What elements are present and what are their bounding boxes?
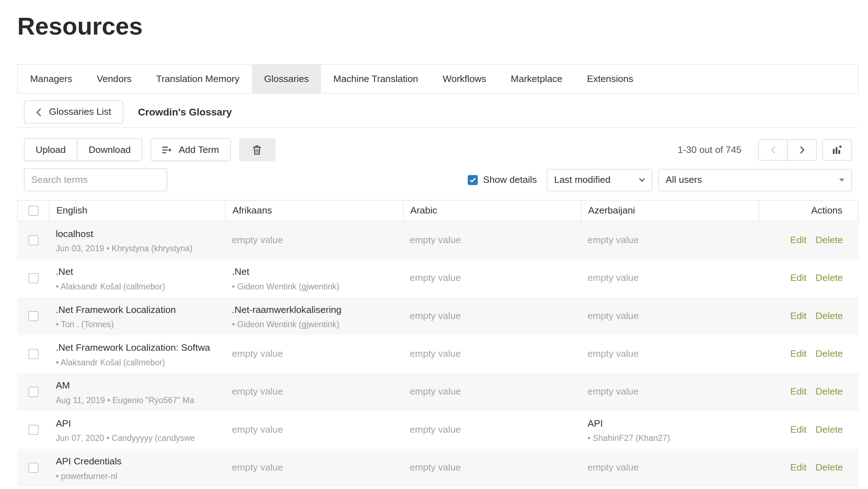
chevron-left-icon bbox=[771, 146, 775, 154]
empty-value: empty value bbox=[410, 273, 461, 284]
trash-icon bbox=[253, 145, 262, 155]
page-title: Resources bbox=[17, 12, 858, 40]
cell-azerbaijani: API• ShahinF27 (Khan27) bbox=[581, 411, 759, 449]
cell-afrikaans: empty value bbox=[225, 411, 403, 449]
cell-arabic: empty value bbox=[403, 449, 581, 487]
tab-glossaries[interactable]: Glossaries bbox=[252, 65, 321, 93]
table-row: AMAug 11, 2019 • Eugenio "Ryo567" Ma emp… bbox=[17, 373, 858, 411]
cell-azerbaijani: empty value bbox=[581, 449, 759, 487]
tab-machine-translation[interactable]: Machine Translation bbox=[321, 65, 431, 93]
glossary-nav: Glossaries List Crowdin's Glossary bbox=[17, 94, 858, 128]
show-details-label: Show details bbox=[483, 174, 537, 185]
cell-afrikaans: empty value bbox=[225, 373, 403, 411]
empty-value: empty value bbox=[587, 349, 638, 360]
glossary-title: Crowdin's Glossary bbox=[138, 106, 232, 118]
delete-link[interactable]: Delete bbox=[816, 235, 843, 246]
add-term-icon bbox=[163, 146, 173, 154]
table-body: localhostJun 03, 2019 • Khrystyna (khrys… bbox=[17, 221, 858, 487]
show-details-checkbox[interactable] bbox=[468, 175, 478, 185]
pagination-range: 1-30 out of 745 bbox=[678, 144, 741, 155]
tab-workflows[interactable]: Workflows bbox=[430, 65, 498, 93]
row-checkbox[interactable] bbox=[28, 387, 38, 397]
edit-link[interactable]: Edit bbox=[790, 424, 807, 435]
cell-azerbaijani: empty value bbox=[581, 221, 759, 259]
users-select[interactable]: All users bbox=[658, 169, 852, 191]
tab-managers[interactable]: Managers bbox=[18, 65, 84, 93]
row-checkbox[interactable] bbox=[28, 235, 38, 245]
row-checkbox[interactable] bbox=[28, 273, 38, 283]
edit-link[interactable]: Edit bbox=[790, 235, 807, 246]
term-meta: • ShahinF27 (Khan27) bbox=[587, 431, 752, 446]
resource-tabs: Managers Vendors Translation Memory Glos… bbox=[17, 64, 858, 94]
download-button[interactable]: Download bbox=[77, 138, 143, 161]
column-header-actions: Actions bbox=[759, 201, 858, 221]
edit-link[interactable]: Edit bbox=[790, 349, 807, 360]
prev-page-button[interactable] bbox=[758, 139, 788, 160]
edit-link[interactable]: Edit bbox=[790, 386, 807, 397]
cell-afrikaans: .Net• Gideon Wentink (gjwentink) bbox=[225, 259, 403, 297]
row-checkbox[interactable] bbox=[28, 349, 38, 359]
cell-english: .Net Framework Localization• Ton . (Tonn… bbox=[49, 297, 225, 335]
empty-value: empty value bbox=[587, 273, 638, 284]
term-meta: • powerburner-nl bbox=[56, 469, 219, 483]
term-text: API Credentials bbox=[56, 454, 219, 469]
configure-columns-button[interactable] bbox=[822, 139, 852, 160]
next-page-button[interactable] bbox=[787, 139, 817, 160]
toolbar-right: 1-30 out of 745 bbox=[678, 139, 852, 160]
term-meta: Jun 03, 2019 • Khrystyna (khrystyna) bbox=[56, 241, 219, 256]
table-row: .Net Framework Localization: Softwa• Ala… bbox=[17, 335, 858, 373]
delete-link[interactable]: Delete bbox=[816, 386, 843, 397]
tab-marketplace[interactable]: Marketplace bbox=[498, 65, 575, 93]
empty-value: empty value bbox=[410, 349, 461, 360]
search-input[interactable] bbox=[24, 168, 167, 191]
delete-link[interactable]: Delete bbox=[816, 349, 843, 360]
toolbar: Upload Download Add Term bbox=[17, 128, 858, 161]
users-select-value: All users bbox=[666, 174, 702, 185]
cell-azerbaijani: empty value bbox=[581, 373, 759, 411]
delete-link[interactable]: Delete bbox=[816, 462, 843, 473]
edit-link[interactable]: Edit bbox=[790, 273, 807, 284]
add-term-button[interactable]: Add Term bbox=[151, 138, 231, 161]
cell-arabic: empty value bbox=[403, 259, 581, 297]
tab-translation-memory[interactable]: Translation Memory bbox=[144, 65, 252, 93]
empty-value: empty value bbox=[410, 424, 461, 435]
edit-link[interactable]: Edit bbox=[790, 310, 807, 321]
edit-link[interactable]: Edit bbox=[790, 462, 807, 473]
upload-button[interactable]: Upload bbox=[24, 138, 77, 161]
cell-azerbaijani: empty value bbox=[581, 335, 759, 373]
empty-value: empty value bbox=[587, 235, 638, 246]
cell-arabic: empty value bbox=[403, 297, 581, 335]
term-text: .Net bbox=[232, 265, 396, 279]
sort-select-value: Last modified bbox=[554, 174, 611, 185]
table-row: .Net Framework Localization• Ton . (Tonn… bbox=[17, 297, 858, 335]
chevron-down-icon bbox=[639, 178, 645, 182]
cell-english: AMAug 11, 2019 • Eugenio "Ryo567" Ma bbox=[49, 373, 225, 411]
glossaries-list-back-button[interactable]: Glossaries List bbox=[24, 101, 123, 124]
term-text: .Net bbox=[56, 265, 219, 279]
column-header-arabic: Arabic bbox=[403, 201, 581, 221]
caret-down-icon bbox=[839, 178, 845, 181]
empty-value: empty value bbox=[232, 462, 283, 473]
delete-link[interactable]: Delete bbox=[816, 273, 843, 284]
row-checkbox[interactable] bbox=[28, 425, 38, 435]
sort-select[interactable]: Last modified bbox=[547, 169, 652, 191]
term-text: API bbox=[587, 416, 752, 431]
cell-afrikaans: empty value bbox=[225, 335, 403, 373]
delete-link[interactable]: Delete bbox=[816, 424, 843, 435]
term-text: AM bbox=[56, 379, 219, 393]
cell-arabic: empty value bbox=[403, 335, 581, 373]
cell-arabic: empty value bbox=[403, 411, 581, 449]
terms-table: English Afrikaans Arabic Azerbaijani Act… bbox=[17, 200, 858, 487]
row-checkbox[interactable] bbox=[28, 311, 38, 321]
delete-selected-button[interactable] bbox=[239, 138, 276, 161]
delete-link[interactable]: Delete bbox=[816, 310, 843, 321]
chevron-right-icon bbox=[800, 146, 804, 154]
row-checkbox[interactable] bbox=[28, 463, 38, 473]
column-header-azerbaijani: Azerbaijani bbox=[581, 201, 759, 221]
select-all-checkbox[interactable] bbox=[29, 206, 38, 216]
term-meta: Aug 11, 2019 • Eugenio "Ryo567" Ma bbox=[56, 393, 219, 408]
upload-download-group: Upload Download bbox=[24, 138, 142, 161]
tab-extensions[interactable]: Extensions bbox=[575, 65, 646, 93]
column-header-english: English bbox=[49, 201, 225, 221]
tab-vendors[interactable]: Vendors bbox=[84, 65, 144, 93]
